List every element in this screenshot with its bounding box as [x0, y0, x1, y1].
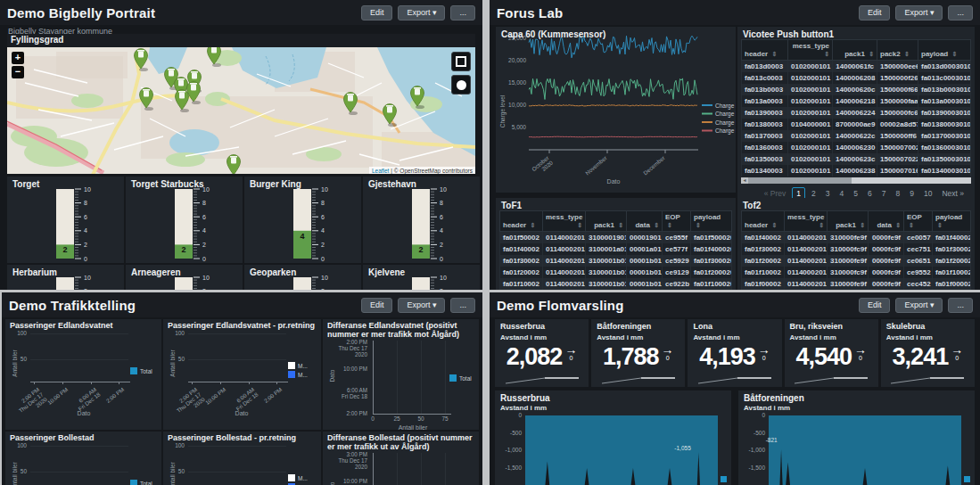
column-header-payload[interactable]: payload ⇕ [918, 40, 971, 61]
table-row[interactable]: fa013700030102000101140000622c1500000ff6… [742, 130, 971, 142]
gauge-tile: Kjelvene0246810 [363, 265, 480, 290]
sort-icon[interactable]: ⇕ [867, 51, 874, 57]
more-button[interactable]: ... [948, 298, 973, 313]
edit-button[interactable]: Edit [361, 5, 393, 21]
sort-icon[interactable]: ⇕ [616, 222, 623, 228]
export-button[interactable]: Export ▾ [398, 298, 445, 313]
column-header-pack1[interactable]: pack1 ⇕ [828, 211, 869, 232]
table-row[interactable]: fa013d0003010200010114000061fc1500000ee6… [742, 61, 971, 73]
table-row[interactable]: fa013500030102000101140000623c1500007022… [742, 153, 971, 165]
column-header-mess_type[interactable]: mess_type ⇕ [788, 40, 833, 61]
sort-icon[interactable]: ⇕ [858, 222, 865, 228]
column-header-pack2[interactable]: pack2 ⇕ [877, 40, 918, 61]
scrollbar-thumb[interactable] [748, 177, 852, 184]
column-header-payload[interactable]: payload ⇕ [933, 211, 971, 232]
svg-text:-1,000: -1,000 [749, 447, 766, 453]
table-row[interactable]: fa01f3000201140002013100001b0100001b01ce… [500, 255, 732, 267]
export-button[interactable]: Export ▾ [895, 5, 943, 21]
pagination-page-10[interactable]: 10 [920, 188, 935, 198]
gauge-title: Burger King [250, 179, 301, 189]
single-value-title: Russerbrua [500, 322, 545, 331]
legend-swatch [130, 367, 137, 374]
table-row[interactable]: fa01f100020114000201310000fc9f0000fc9fce… [742, 267, 971, 278]
table-row[interactable]: fa01390003010200010114000062241500000fc6… [742, 107, 971, 119]
table-row[interactable]: fa01f1000201140002013100001b0100001b01ce… [500, 278, 732, 290]
svg-text:0: 0 [84, 256, 87, 262]
pagination-page-1[interactable]: 1 [792, 187, 805, 198]
sort-icon[interactable]: ⇕ [907, 222, 914, 228]
leaflet-link[interactable]: Leaflet [372, 168, 390, 174]
column-header-EOP[interactable]: EOP ⇕ [663, 211, 691, 232]
sort-icon[interactable]: ⇕ [950, 51, 957, 57]
pagination-page-4[interactable]: 4 [836, 188, 848, 198]
pagination-page-3[interactable]: 3 [822, 188, 834, 198]
table-row[interactable]: fa01f000020114000201310000fe9f0000fe9fce… [742, 278, 971, 290]
table-row[interactable]: fa01f4000201140002013100001a0100001a01ce… [500, 243, 732, 255]
sort-icon[interactable]: ⇕ [694, 222, 701, 228]
column-header-header[interactable]: header ⇕ [742, 211, 785, 232]
table-row[interactable]: fa01360003010200010114000062301500007002… [742, 142, 971, 153]
column-header-mess_type[interactable]: mess_type ⇕ [543, 211, 586, 232]
pagination-page-6[interactable]: 6 [864, 188, 876, 198]
edit-button[interactable]: Edit [361, 298, 393, 313]
scroll-left-arrow[interactable]: ◂ [741, 177, 748, 184]
single-value-title: Båtforeningen [597, 322, 651, 331]
edit-button[interactable]: Edit [859, 298, 891, 313]
column-header-pack1[interactable]: pack1 ⇕ [833, 40, 877, 61]
sort-icon[interactable]: ⇕ [770, 51, 777, 57]
more-button[interactable]: ... [450, 5, 475, 21]
pagination-next[interactable]: Next » [938, 188, 968, 198]
table-row[interactable]: fa01f500020114000201310000190100001901ce… [500, 232, 732, 244]
gridline [397, 453, 398, 485]
export-button[interactable]: Export ▾ [398, 5, 445, 21]
table-row[interactable]: fa013b00030102000101140000620c1500000f66… [742, 84, 971, 95]
column-header-header[interactable]: header ⇕ [500, 211, 543, 232]
sort-icon[interactable]: ⇕ [902, 51, 910, 57]
map-fullscreen-button[interactable] [451, 52, 471, 71]
sort-icon[interactable]: ⇕ [665, 222, 672, 228]
map[interactable]: + − Leaflet | © OpenStreetMap contributo… [7, 47, 475, 174]
table-row[interactable]: fa01f2000201140002013100001b0100001b01ce… [500, 267, 732, 278]
sort-icon[interactable]: ⇕ [894, 222, 901, 228]
more-button[interactable]: ... [450, 298, 475, 313]
map-zoom-in-button[interactable]: + [12, 52, 24, 64]
x-tick-label: 6:00 AM Fri Dec 18 [73, 386, 102, 412]
table-row[interactable]: fa013c0003010200010114000062081500000f26… [742, 72, 971, 84]
column-header-data[interactable]: data ⇕ [627, 211, 663, 232]
pagination-prev[interactable]: « Prev [761, 188, 790, 198]
sort-icon[interactable]: ⇕ [935, 222, 943, 228]
pagination-page-5[interactable]: 5 [850, 188, 861, 198]
edit-button[interactable]: Edit [859, 5, 891, 21]
table-row[interactable]: fa013a0003010200010114000062181500000faa… [742, 95, 971, 107]
table-row[interactable]: fa01f300020114000201310000fc9f0000fc9fce… [742, 243, 971, 255]
svg-text:November: November [584, 154, 608, 176]
column-header-EOP[interactable]: EOP ⇕ [904, 211, 933, 232]
map-zoom-out-button[interactable]: − [12, 66, 24, 78]
column-header-mess_type[interactable]: mess_type ⇕ [785, 211, 828, 232]
pagination-page-9[interactable]: 9 [906, 188, 918, 198]
map-layers-button[interactable] [451, 75, 471, 95]
gridline [188, 359, 286, 360]
horizontal-scrollbar[interactable]: ◂ [741, 177, 971, 184]
sort-icon[interactable]: ⇕ [817, 222, 824, 228]
sort-icon[interactable]: ⇕ [822, 51, 829, 57]
pagination-page-7[interactable]: 7 [878, 188, 890, 198]
table-row[interactable]: fa01340003010200010114000062381500007016… [742, 165, 971, 177]
column-header-data[interactable]: data ⇕ [869, 211, 904, 232]
table-row[interactable]: fa0138000301040000018700000ae900002a8d57… [742, 119, 971, 130]
sort-icon[interactable]: ⇕ [770, 222, 777, 228]
table-row[interactable]: fa01f200020114000201310000fe9f0000fe9fce… [742, 255, 971, 267]
sort-icon[interactable]: ⇕ [652, 222, 659, 228]
table-row[interactable]: fa01f400020114000201310000fe9f0000fe9fce… [742, 232, 971, 244]
sort-icon[interactable]: ⇕ [528, 222, 535, 228]
column-header-pack1[interactable]: pack1 ⇕ [586, 211, 627, 232]
column-header-header[interactable]: header ⇕ [742, 40, 788, 61]
pagination-page-2[interactable]: 2 [808, 188, 819, 198]
pagination-page-8[interactable]: 8 [892, 188, 903, 198]
more-button[interactable]: ... [948, 5, 973, 21]
sort-icon[interactable]: ⇕ [575, 222, 582, 228]
legend-label: M... [298, 475, 308, 481]
export-button[interactable]: Export ▾ [895, 298, 943, 313]
gridline [30, 333, 128, 334]
column-header-payload[interactable]: payload ⇕ [691, 211, 732, 232]
